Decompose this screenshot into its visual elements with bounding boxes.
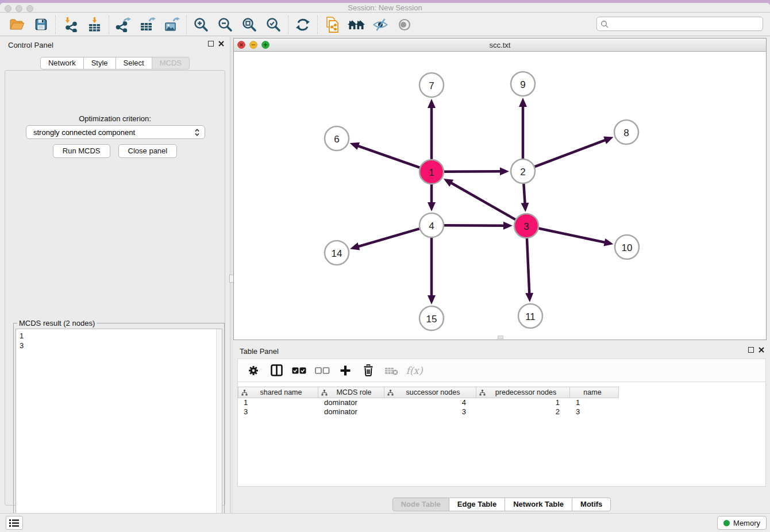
- close-panel-icon[interactable]: [218, 41, 224, 47]
- graph-edge-arrowhead: [603, 238, 613, 246]
- graph-edge-2-8[interactable]: [535, 140, 606, 167]
- table-settings-button[interactable]: [244, 361, 263, 380]
- network-canvas[interactable]: 7968124314101511: [234, 52, 766, 340]
- eye-slash-icon: [372, 18, 388, 32]
- column-header-successor-nodes[interactable]: successor nodes: [384, 387, 476, 398]
- import-table-button[interactable]: [82, 15, 106, 34]
- table-toolbar: f(x): [237, 358, 766, 382]
- show-view-button[interactable]: [392, 15, 417, 34]
- tab-network[interactable]: Network: [40, 57, 84, 70]
- trash-icon: [362, 364, 375, 377]
- graph-node-label: 15: [426, 314, 437, 325]
- tab-select[interactable]: Select: [116, 57, 152, 70]
- add-column-button[interactable]: [336, 361, 355, 380]
- graph-edge-arrowhead: [500, 167, 509, 175]
- select-all-button[interactable]: [290, 361, 309, 380]
- refresh-layout-button[interactable]: [291, 15, 315, 34]
- graph-edge-4-3[interactable]: [444, 225, 505, 226]
- graph-edge-3-11[interactable]: [527, 238, 529, 294]
- columns-icon: [270, 364, 283, 377]
- node-table: shared nameMCDS rolesuccessor nodesprede…: [237, 382, 766, 487]
- graph-node-label: 3: [523, 221, 529, 232]
- table-row[interactable]: 3dominator323: [238, 407, 619, 417]
- tab-motifs[interactable]: Motifs: [572, 498, 611, 511]
- desktop: Session: New Session: [0, 0, 770, 532]
- graph-node-label: 4: [429, 221, 434, 232]
- result-scrollbar[interactable]: [216, 329, 222, 532]
- graph-edge-arrowhead: [603, 137, 613, 144]
- graph-edge-2-3[interactable]: [523, 184, 525, 204]
- function-builder-button[interactable]: f(x): [405, 361, 424, 380]
- export-image-button[interactable]: [160, 15, 184, 34]
- zoom-in-button[interactable]: [189, 15, 213, 34]
- table-row[interactable]: 1dominator411: [238, 398, 619, 407]
- graph-node-label: 7: [429, 80, 434, 91]
- export-table-button[interactable]: [136, 15, 160, 34]
- float-panel-icon[interactable]: [208, 41, 214, 47]
- main-window: Session: New Session: [0, 3, 770, 532]
- column-header-predecessor-nodes[interactable]: predecessor nodes: [476, 387, 570, 398]
- save-session-button[interactable]: [29, 15, 53, 34]
- table-cell: 3: [384, 407, 476, 417]
- run-mcds-button[interactable]: Run MCDS: [53, 144, 110, 158]
- table-cell: 1: [476, 398, 570, 407]
- memory-status-icon: [723, 520, 730, 526]
- delete-table-button[interactable]: [382, 361, 401, 380]
- zoom-out-button[interactable]: [213, 15, 237, 34]
- search-icon: [600, 20, 609, 28]
- column-header-MCDS-role[interactable]: MCDS role: [318, 387, 384, 398]
- zoom-selected-button[interactable]: [261, 15, 286, 34]
- toolbar-separator: [317, 16, 318, 34]
- window-title: Session: New Session: [0, 3, 770, 12]
- zoom-fit-button[interactable]: [237, 15, 261, 34]
- column-view-button[interactable]: [267, 361, 286, 380]
- delete-column-button[interactable]: [359, 361, 378, 380]
- table-body: 1dominator4113dominator323: [238, 398, 619, 417]
- graph-edge-1-6[interactable]: [357, 146, 419, 168]
- selected-option: strongly connected component: [33, 128, 194, 137]
- optimization-criterion-select[interactable]: strongly connected component: [26, 125, 205, 139]
- status-bar: Memory: [0, 513, 770, 532]
- graph-edge-4-14[interactable]: [357, 229, 419, 246]
- home-view-button[interactable]: [344, 15, 368, 34]
- mcds-result-textarea[interactable]: 1 3: [16, 329, 222, 532]
- deselect-all-button[interactable]: [313, 361, 332, 380]
- open-session-button[interactable]: [5, 15, 29, 34]
- optimization-criterion-label: Optimization criterion:: [5, 114, 225, 123]
- graph-edge-1-2[interactable]: [444, 171, 501, 172]
- column-header-label: MCDS role: [328, 388, 384, 396]
- close-table-panel-icon[interactable]: [759, 347, 764, 353]
- memory-button[interactable]: Memory: [717, 516, 767, 530]
- control-panel-title: Control Panel: [8, 41, 53, 49]
- float-table-panel-icon[interactable]: [748, 347, 754, 353]
- table-cell: dominator: [318, 398, 384, 407]
- close-panel-button[interactable]: Close panel: [118, 144, 178, 158]
- graph-node-label: 10: [622, 242, 633, 253]
- tab-style[interactable]: Style: [83, 57, 116, 70]
- column-header-label: successor nodes: [394, 388, 476, 396]
- task-history-button[interactable]: [6, 516, 23, 530]
- graph-edge-arrowhead: [503, 222, 513, 230]
- graph-edge-arrowhead: [428, 99, 436, 108]
- graph-edge-3-1[interactable]: [451, 183, 515, 219]
- search-input[interactable]: [611, 20, 759, 28]
- tab-mcds[interactable]: MCDS: [152, 57, 190, 70]
- graph-edge-arrowhead: [350, 142, 360, 150]
- graph-edge-3-10[interactable]: [539, 229, 606, 243]
- import-table-icon: [87, 17, 102, 32]
- column-header-name[interactable]: name: [570, 387, 619, 398]
- table-panel-title: Table Panel: [240, 347, 279, 356]
- graph-edge-arrowhead: [521, 203, 529, 212]
- tab-edge-table[interactable]: Edge Table: [449, 498, 505, 511]
- tab-network-table[interactable]: Network Table: [505, 498, 572, 511]
- tab-node-table[interactable]: Node Table: [392, 498, 449, 511]
- table-tabs: Node Table Edge Table Network Table Moti…: [233, 498, 770, 511]
- toolbar-separator: [109, 16, 109, 34]
- import-network-button[interactable]: [58, 15, 82, 34]
- hide-view-button[interactable]: [368, 15, 392, 34]
- export-network-button[interactable]: [111, 15, 136, 34]
- mcds-result-line: 1: [16, 329, 222, 341]
- canvas-resize-handle[interactable]: [498, 336, 503, 339]
- column-header-shared-name[interactable]: shared name: [238, 387, 318, 398]
- network-from-file-button[interactable]: [320, 15, 344, 34]
